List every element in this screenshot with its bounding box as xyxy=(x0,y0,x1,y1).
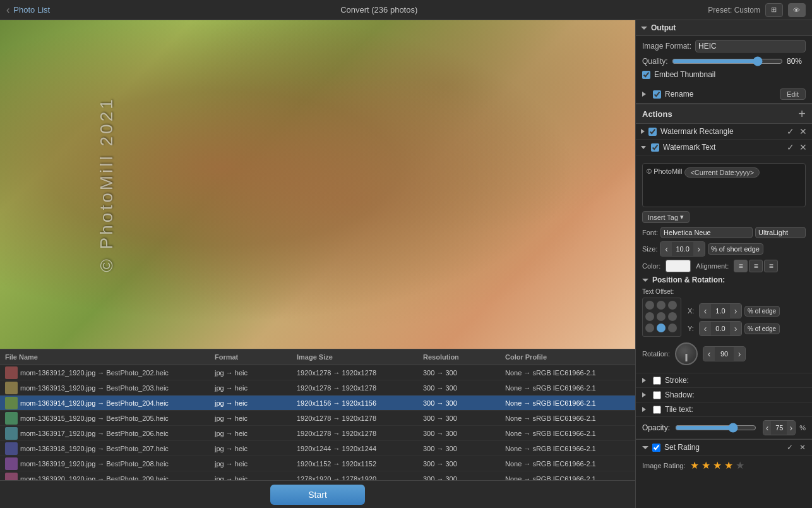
watermark-rectangle-row: Watermark Rectangle ✓ ✕ xyxy=(636,124,812,140)
watermark-rect-expand-icon[interactable] xyxy=(641,129,645,134)
star-2[interactable]: ★ xyxy=(702,459,710,471)
star-4[interactable]: ★ xyxy=(724,459,733,471)
offset-x-decrement[interactable]: ‹ xyxy=(700,304,711,318)
row-profile: None → sRGB IEC61966-2.1 xyxy=(505,445,631,452)
dot-mr[interactable] xyxy=(668,312,677,321)
rename-edit-button[interactable]: Edit xyxy=(780,88,806,100)
size-stepper: ‹ 10.0 › xyxy=(660,241,705,257)
watermark-text-remove-icon[interactable]: ✕ xyxy=(799,142,807,152)
set-rating-eye-icon[interactable]: ✓ xyxy=(787,443,793,452)
watermark-date-tag[interactable]: <Current Date:yyyy> xyxy=(684,167,760,178)
quality-label: Quality: xyxy=(642,57,668,66)
watermark-rect-eye-icon[interactable]: ✓ xyxy=(787,126,794,136)
font-family-select[interactable]: Helvetica Neue Arial Times New Roman xyxy=(660,227,753,238)
table-row[interactable]: mom-1363918_1920.jpg → BestPhoto_207.hei… xyxy=(0,441,635,456)
preview-view-btn[interactable]: 👁 xyxy=(788,3,806,17)
format-select[interactable]: HEIC JPEG PNG TIFF xyxy=(695,40,806,52)
offset-x-increment[interactable]: › xyxy=(730,304,741,318)
dot-tl[interactable] xyxy=(645,301,654,310)
dot-tr[interactable] xyxy=(668,301,677,310)
table-row[interactable]: mom-1363912_1920.jpg → BestPhoto_202.hei… xyxy=(0,365,635,380)
actions-add-button[interactable]: + xyxy=(798,107,806,120)
dot-tc[interactable] xyxy=(657,301,666,310)
color-swatch[interactable] xyxy=(666,260,691,272)
dot-bl[interactable] xyxy=(645,324,654,332)
rename-label: Rename xyxy=(665,90,776,99)
watermark-text-expand-icon[interactable] xyxy=(641,146,646,149)
align-left-btn[interactable]: ≡ xyxy=(734,260,748,272)
watermark-rect-remove-icon[interactable]: ✕ xyxy=(799,126,807,136)
watermark-text-checkbox[interactable] xyxy=(651,143,659,152)
size-unit-select[interactable]: % of short edge % of long edge px xyxy=(708,243,763,255)
shadow-checkbox[interactable] xyxy=(653,391,661,399)
topbar-left: ‹ Photo List xyxy=(6,4,50,16)
stroke-row: Stroke: xyxy=(636,373,812,388)
row-format: jpg → heic xyxy=(215,369,297,377)
rename-expand-icon[interactable] xyxy=(642,92,649,97)
table-row[interactable]: mom-1363920_1920.jpg → BestPhoto_209.hei… xyxy=(0,471,635,480)
star-5[interactable]: ★ xyxy=(736,459,744,471)
row-format: jpg → heic xyxy=(215,430,297,437)
table-row[interactable]: mom-1363913_1920.jpg → BestPhoto_203.hei… xyxy=(0,380,635,396)
row-resolution: 300 → 300 xyxy=(423,475,505,481)
opacity-slider[interactable] xyxy=(675,423,756,433)
embed-thumbnail-checkbox[interactable] xyxy=(642,71,650,79)
rating-collapse-icon[interactable] xyxy=(642,446,648,449)
opacity-decrement[interactable]: ‹ xyxy=(763,421,772,435)
insert-tag-button[interactable]: Insert Tag ▾ xyxy=(642,211,690,223)
dot-ml[interactable] xyxy=(645,312,654,321)
set-rating-remove-icon[interactable]: ✕ xyxy=(799,443,806,452)
row-format: jpg → heic xyxy=(215,414,297,422)
row-resolution: 300 → 300 xyxy=(423,399,505,407)
quality-slider[interactable] xyxy=(672,56,783,66)
watermark-rect-checkbox[interactable] xyxy=(648,128,657,136)
col-header-size: Image Size xyxy=(297,353,423,361)
offset-x-unit[interactable]: % of edge px xyxy=(744,306,780,317)
photo-list-link[interactable]: Photo List xyxy=(13,5,50,15)
size-increment-btn[interactable]: › xyxy=(693,242,705,256)
watermark-text-eye-icon[interactable]: ✓ xyxy=(787,142,794,152)
row-format: jpg → heic xyxy=(215,445,297,452)
watermark-copyright-symbol: © PhotoMill xyxy=(647,167,682,175)
font-weight-select[interactable]: UltraLight Light Regular Bold xyxy=(755,227,806,238)
format-row: Image Format: HEIC JPEG PNG TIFF xyxy=(642,40,806,52)
table-row[interactable]: mom-1363919_1920.jpg → BestPhoto_208.hei… xyxy=(0,456,635,471)
shadow-expand-icon[interactable] xyxy=(642,392,649,397)
stroke-checkbox[interactable] xyxy=(653,377,661,385)
rename-checkbox[interactable] xyxy=(653,90,661,99)
position-rotation-header[interactable]: Position & Rotation: xyxy=(642,275,806,284)
offset-y-increment[interactable]: › xyxy=(730,322,741,336)
offset-y-unit[interactable]: % of edge px xyxy=(744,324,780,334)
left-panel: © PhotoMill 2021 File Name Format Image … xyxy=(0,20,635,508)
align-center-btn[interactable]: ≡ xyxy=(749,260,763,272)
col-header-filename: File Name xyxy=(0,353,215,361)
output-section-header[interactable]: Output xyxy=(636,20,812,36)
dot-bc[interactable] xyxy=(657,324,666,332)
star-3[interactable]: ★ xyxy=(713,459,722,471)
tile-label: Tile text: xyxy=(665,405,806,414)
output-collapse-icon xyxy=(641,27,647,30)
star-1[interactable]: ★ xyxy=(690,459,699,471)
set-rating-checkbox[interactable] xyxy=(652,444,660,452)
table-row[interactable]: mom-1363914_1920.jpg → BestPhoto_204.hei… xyxy=(0,396,635,411)
align-right-btn[interactable]: ≡ xyxy=(764,260,778,272)
watermark-text-area[interactable]: © PhotoMill <Current Date:yyyy> xyxy=(642,163,806,207)
dot-mc[interactable] xyxy=(657,312,666,321)
rotation-increment[interactable]: › xyxy=(734,347,745,361)
back-arrow-icon[interactable]: ‹ xyxy=(6,4,9,16)
stroke-expand-icon[interactable] xyxy=(642,378,649,383)
tile-checkbox[interactable] xyxy=(653,406,661,414)
offset-y-decrement[interactable]: ‹ xyxy=(700,322,711,336)
tile-expand-icon[interactable] xyxy=(642,407,649,412)
rotation-knob[interactable] xyxy=(675,342,698,365)
size-decrement-btn[interactable]: ‹ xyxy=(660,242,672,256)
dot-br[interactable] xyxy=(668,324,677,332)
table-row[interactable]: mom-1363917_1920.jpg → BestPhoto_206.hei… xyxy=(0,426,635,441)
opacity-increment[interactable]: › xyxy=(787,421,795,435)
text-offset-section: Text Offset: xyxy=(642,288,806,339)
grid-view-btn[interactable]: ⊞ xyxy=(765,3,783,17)
table-row[interactable]: mom-1363915_1920.jpg → BestPhoto_205.hei… xyxy=(0,411,635,426)
rotation-decrement[interactable]: ‹ xyxy=(703,347,715,361)
dot-grid xyxy=(642,298,681,337)
start-button[interactable]: Start xyxy=(270,485,365,505)
